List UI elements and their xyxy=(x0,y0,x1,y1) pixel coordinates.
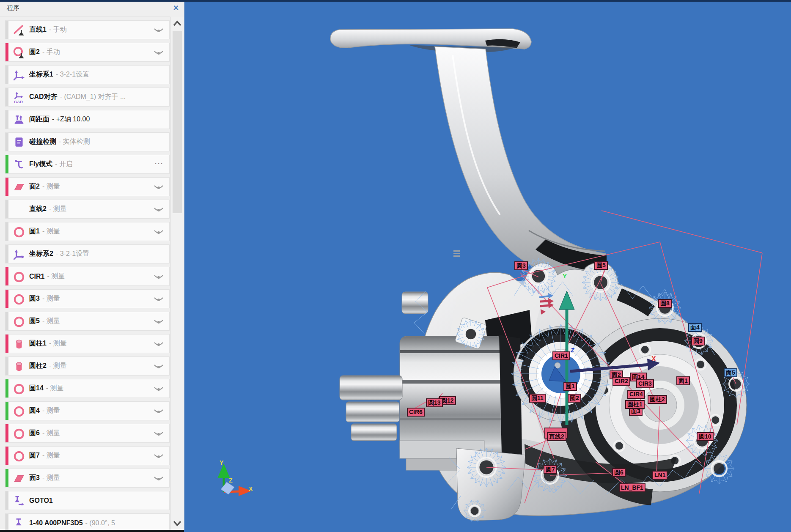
scrollbar-thumb[interactable] xyxy=(173,31,182,213)
step-name: 直线2 xyxy=(29,205,47,214)
step-value: - 测量 xyxy=(46,384,64,393)
visibility-eye-icon[interactable] xyxy=(154,184,164,191)
scroll-down-icon[interactable] xyxy=(173,521,181,527)
status-bar xyxy=(5,43,8,61)
feature-tag-圆7[interactable]: 圆7 xyxy=(544,465,557,474)
step-name: 坐标系2 xyxy=(29,250,53,258)
visibility-eye-icon[interactable] xyxy=(154,296,164,303)
feature-tag-LN_BF1[interactable]: LN_BF1 xyxy=(619,483,645,492)
status-bar xyxy=(5,290,8,308)
feature-tag-圆柱2[interactable]: 圆柱2 xyxy=(648,395,667,404)
program-step-间距面[interactable]: 间距面- +Z轴 10.00 xyxy=(5,110,170,129)
feature-tag-直线2[interactable]: 直线2 xyxy=(547,432,566,441)
program-step-CAD对齐[interactable]: CADCAD对齐- (CADM_1) 对齐于 ... xyxy=(5,88,170,107)
program-step-碰撞检测[interactable]: 碰撞检测- 实体检测 xyxy=(5,132,170,151)
step-name: 间距面 xyxy=(29,115,49,124)
program-step-GOTO1[interactable]: GOTO1 xyxy=(5,491,170,510)
feature-tag-CIR1[interactable]: CIR1 xyxy=(552,351,570,360)
feature-tag-面1[interactable]: 面1 xyxy=(676,376,690,385)
step-value: - 测量 xyxy=(49,339,67,348)
axis-label-Y: Y xyxy=(220,459,223,466)
visibility-eye-icon[interactable] xyxy=(154,408,164,415)
program-step-圆4[interactable]: 圆4- 测量 xyxy=(5,401,170,420)
program-step-直线2[interactable]: 直线2- 测量 xyxy=(5,200,170,219)
feature-tag-CIR3[interactable]: CIR3 xyxy=(636,379,654,388)
program-step-坐标系1[interactable]: 坐标系1- 3-2-1设置 xyxy=(5,65,170,84)
program-step-圆7[interactable]: 圆7- 测量 xyxy=(5,446,170,465)
program-step-圆柱1[interactable]: 圆柱1- 测量 xyxy=(5,334,170,353)
visibility-eye-icon[interactable] xyxy=(154,341,164,348)
program-step-坐标系2[interactable]: 坐标系2- 3-2-1设置 xyxy=(5,244,170,263)
visibility-eye-icon[interactable] xyxy=(154,49,164,56)
more-options-icon[interactable]: ··· xyxy=(155,160,164,167)
feature-tag-圆1[interactable]: 圆1 xyxy=(563,382,577,391)
feature-tag-LN1[interactable]: LN1 xyxy=(652,471,667,480)
3d-viewport[interactable]: 圆3圆5圆8面4圆9CIR1面5面2圆14CIR2面1CIR3圆1CIR4圆11… xyxy=(184,2,791,532)
visibility-eye-icon[interactable] xyxy=(154,274,164,280)
step-name: 1-40 A00PNF3D5 xyxy=(29,519,83,527)
cad-model-canvas xyxy=(184,2,791,532)
status-bar xyxy=(5,491,8,510)
step-value: - 手动 xyxy=(49,25,67,34)
visibility-eye-icon[interactable] xyxy=(154,318,164,325)
close-icon[interactable]: × xyxy=(170,3,181,14)
step-name: 圆3 xyxy=(29,294,40,303)
visibility-eye-icon[interactable] xyxy=(154,229,164,236)
program-step-Fly模式[interactable]: Fly模式- 开启··· xyxy=(5,155,170,174)
step-value: - 测量 xyxy=(47,272,65,281)
application-window: 圆3圆5圆8面4圆9CIR1面5面2圆14CIR2面1CIR3圆1CIR4圆11… xyxy=(0,0,791,532)
visibility-eye-icon[interactable] xyxy=(154,206,164,213)
scroll-up-icon[interactable] xyxy=(173,20,181,26)
window-bottom-border xyxy=(0,530,184,532)
feature-tag-面4[interactable]: 面4 xyxy=(688,323,702,332)
step-name: 圆4 xyxy=(29,406,40,415)
step-name: 坐标系1 xyxy=(29,70,53,79)
program-step-圆1[interactable]: 圆1- 测量 xyxy=(5,222,170,241)
feature-tag-圆8[interactable]: 圆8 xyxy=(658,299,672,308)
feature-tag-圆13[interactable]: 圆13 xyxy=(426,398,443,407)
feature-tag-圆3[interactable]: 圆3 xyxy=(514,261,528,270)
circle-icon xyxy=(13,382,25,395)
feature-tag-圆柱1[interactable]: 圆柱1 xyxy=(625,400,645,409)
program-step-直线1[interactable]: 直线1- 手动 xyxy=(5,20,170,39)
feature-tag-圆10[interactable]: 圆10 xyxy=(697,432,714,441)
program-step-面3[interactable]: 面3- 测量 xyxy=(5,469,170,488)
feature-tag-圆9[interactable]: 圆9 xyxy=(691,337,705,346)
visibility-eye-icon[interactable] xyxy=(154,27,164,34)
program-step-圆柱2[interactable]: 圆柱2- 测量 xyxy=(5,356,170,376)
visibility-eye-icon[interactable] xyxy=(154,386,164,392)
program-step-CIR1[interactable]: CIR1- 测量 xyxy=(5,267,170,286)
program-step-圆3[interactable]: 圆3- 测量 xyxy=(5,289,170,308)
step-name: CAD对齐 xyxy=(29,93,58,101)
axes-icon xyxy=(13,69,25,81)
feature-tag-圆5[interactable]: 圆5 xyxy=(594,261,608,270)
feature-tag-CIR4[interactable]: CIR4 xyxy=(627,390,645,399)
plane-icon xyxy=(13,472,25,485)
program-step-面2[interactable]: 面2- 测量 xyxy=(5,177,170,196)
feature-tag-面5[interactable]: 面5 xyxy=(724,368,737,377)
svg-text:CAD: CAD xyxy=(14,99,23,103)
step-name: 圆1 xyxy=(29,227,40,236)
step-name: 圆2 xyxy=(29,48,40,57)
program-step-1-40 A00PNF3D5[interactable]: 1-40 A00PNF3D5- (90.0°, 5 xyxy=(5,513,170,530)
program-step-圆14[interactable]: 圆14- 测量 xyxy=(5,379,170,398)
status-bar xyxy=(5,469,8,487)
step-value: - 测量 xyxy=(49,205,67,214)
visibility-eye-icon[interactable] xyxy=(154,475,164,482)
visibility-eye-icon[interactable] xyxy=(154,453,164,460)
feature-tag-CIR6[interactable]: CIR6 xyxy=(407,408,425,417)
program-step-圆6[interactable]: 圆6- 测量 xyxy=(5,424,170,443)
visibility-eye-icon[interactable] xyxy=(154,363,164,370)
feature-tag-圆6[interactable]: 圆6 xyxy=(612,468,626,477)
program-step-圆5[interactable]: 圆5- 测量 xyxy=(5,312,170,331)
step-name: 圆7 xyxy=(29,451,40,460)
axis-label-Z: Z xyxy=(571,347,574,354)
circle-icon xyxy=(13,405,25,417)
visibility-eye-icon[interactable] xyxy=(154,431,164,437)
feature-tag-CIR2[interactable]: CIR2 xyxy=(612,377,630,386)
panel-scrollbar[interactable] xyxy=(170,17,184,530)
step-value: - 测量 xyxy=(42,406,60,415)
program-step-圆2[interactable]: 圆2- 手动 xyxy=(5,43,170,62)
feature-tag-圆2[interactable]: 圆2 xyxy=(568,394,581,403)
feature-tag-圆11[interactable]: 圆11 xyxy=(529,394,546,403)
